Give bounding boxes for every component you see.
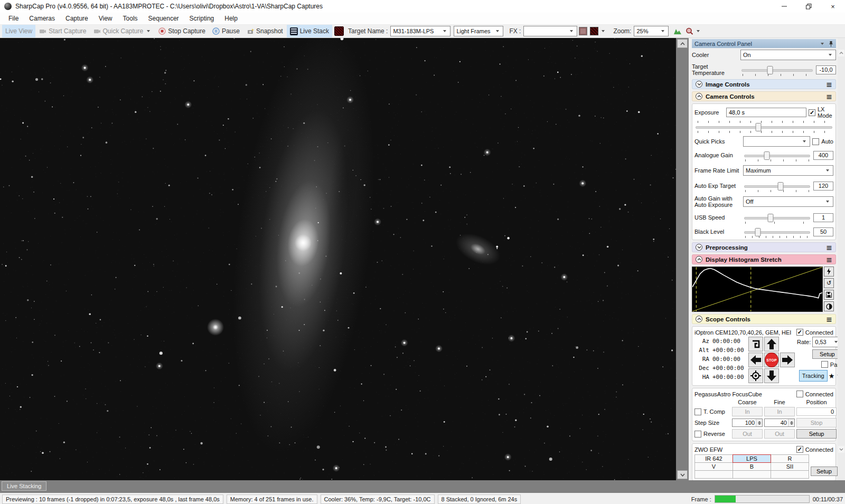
auto-checkbox[interactable] <box>812 138 819 145</box>
chevron-down-icon[interactable] <box>602 30 605 32</box>
slew-west-button[interactable] <box>748 353 763 367</box>
filter-empty[interactable] <box>694 470 733 479</box>
reset-stretch-button[interactable]: ↺ <box>824 278 834 288</box>
slew-south-button[interactable] <box>764 368 779 383</box>
chevron-down-icon[interactable] <box>697 30 700 32</box>
filter-sii[interactable]: SII <box>771 462 809 471</box>
scope-setup-button[interactable]: Setup <box>812 349 838 359</box>
live-stack-button[interactable]: Live Stack <box>287 25 332 37</box>
menu-view[interactable]: View <box>93 14 118 23</box>
restore-button[interactable] <box>796 0 821 13</box>
magnifier-icon[interactable] <box>686 27 693 35</box>
goto-target-button[interactable] <box>748 368 763 383</box>
quick-picks-select[interactable] <box>743 136 810 147</box>
analogue-gain-slider[interactable] <box>743 151 811 160</box>
black-level-value[interactable]: 50 <box>813 227 833 236</box>
menu-cameras[interactable]: Cameras <box>24 14 60 23</box>
stop-capture-button[interactable]: Stop Capture <box>155 25 209 37</box>
menu-sequencer[interactable]: Sequencer <box>143 14 184 23</box>
auto-exp-target-value[interactable]: 120 <box>813 182 833 191</box>
image-viewport[interactable] <box>0 38 676 480</box>
tracking-button[interactable]: Tracking <box>799 370 828 382</box>
slew-stop-button[interactable]: STOP <box>764 353 779 367</box>
pause-button[interactable]: Pause <box>209 25 243 37</box>
scroll-up-button[interactable] <box>677 39 688 48</box>
star-rate-icon[interactable]: ★ <box>829 372 835 380</box>
minimize-button[interactable] <box>772 0 796 13</box>
usb-speed-slider[interactable] <box>743 213 811 222</box>
section-image-controls[interactable]: Image Controls ≡ <box>692 79 836 89</box>
panel-menu-icon[interactable] <box>821 43 824 45</box>
scope-connected-checkbox[interactable] <box>796 329 803 336</box>
close-button[interactable]: × <box>821 0 845 13</box>
target-name-select[interactable]: M31-183M-LPS <box>390 26 450 36</box>
zoom-select[interactable]: 25% <box>634 26 669 36</box>
auto-gain-select[interactable]: Off <box>743 196 833 207</box>
exposure-input[interactable] <box>726 108 806 117</box>
lx-mode-checkbox[interactable] <box>809 109 815 116</box>
save-stretch-button[interactable] <box>824 290 834 300</box>
section-menu-icon[interactable]: ≡ <box>826 255 832 264</box>
usb-speed-value[interactable]: 1 <box>813 213 833 222</box>
coarse-out-button[interactable]: Out <box>732 429 763 439</box>
filter-v[interactable]: V <box>694 462 733 471</box>
live-view-button[interactable]: Live View <box>2 25 35 37</box>
start-capture-button[interactable]: Start Capture <box>36 25 89 37</box>
efw-connected-checkbox[interactable] <box>796 446 803 453</box>
coarse-in-button[interactable]: In <box>732 407 763 416</box>
frame-type-select[interactable]: Light Frames <box>454 26 503 36</box>
coarse-step-spinner[interactable]: 100 <box>732 419 763 427</box>
filter-empty[interactable] <box>733 470 771 479</box>
filter-lps[interactable]: LPS <box>733 454 771 463</box>
filter-ir642[interactable]: IR 642 <box>694 454 733 463</box>
reverse-checkbox[interactable] <box>694 431 701 438</box>
filter-empty[interactable] <box>771 470 809 479</box>
cooler-select[interactable]: On <box>740 50 836 60</box>
fine-step-spinner[interactable]: 40 <box>764 419 795 427</box>
mono-palette-icon[interactable] <box>579 27 587 35</box>
section-camera-controls[interactable]: Camera Controls ≡ <box>692 91 836 101</box>
focuser-setup-button[interactable]: Setup <box>796 429 837 439</box>
analogue-gain-value[interactable]: 400 <box>813 151 833 160</box>
contrast-button[interactable] <box>824 301 834 311</box>
quick-capture-button[interactable]: Quick Capture <box>90 25 155 37</box>
histogram-icon[interactable] <box>673 27 682 35</box>
auto-stretch-button[interactable] <box>824 267 834 277</box>
frame-rate-select[interactable]: Maximum <box>743 165 833 176</box>
fine-out-button[interactable]: Out <box>764 429 795 439</box>
focuser-stop-button[interactable]: Stop <box>796 418 837 427</box>
menu-scripting[interactable]: Scripting <box>184 14 220 23</box>
section-menu-icon[interactable]: ≡ <box>826 315 832 324</box>
efw-setup-button[interactable]: Setup <box>811 467 838 476</box>
rate-select[interactable]: 0,53 <box>812 337 838 347</box>
black-level-slider[interactable] <box>743 227 811 236</box>
target-temperature-slider[interactable] <box>740 65 814 74</box>
menu-capture[interactable]: Capture <box>60 14 93 23</box>
slew-east-button[interactable] <box>780 353 795 367</box>
filter-b[interactable]: B <box>733 462 771 471</box>
fx-select[interactable] <box>523 26 577 36</box>
pin-icon[interactable] <box>829 41 833 47</box>
section-preprocessing[interactable]: Preprocessing ≡ <box>692 242 836 252</box>
bayer-palette-icon[interactable] <box>590 27 598 35</box>
live-stacking-tab[interactable]: Live Stacking <box>2 481 46 491</box>
section-menu-icon[interactable]: ≡ <box>826 243 832 252</box>
section-display-histogram-stretch[interactable]: Display Histogram Stretch ≡ <box>692 254 836 264</box>
exposure-slider[interactable] <box>694 123 833 131</box>
menu-help[interactable]: Help <box>219 14 243 23</box>
panel-scroll-up[interactable] <box>838 50 844 56</box>
menu-tools[interactable]: Tools <box>118 14 143 23</box>
section-menu-icon[interactable]: ≡ <box>826 80 832 89</box>
snapshot-button[interactable]: Snapshot <box>243 25 286 37</box>
focuser-connected-checkbox[interactable] <box>796 391 803 397</box>
scroll-down-button[interactable] <box>677 470 688 479</box>
target-temperature-value[interactable]: -10,0 <box>816 65 836 74</box>
park-checkbox[interactable] <box>821 361 828 368</box>
filter-r[interactable]: R <box>771 454 809 463</box>
dark-frame-icon[interactable] <box>334 26 344 36</box>
spiral-search-button[interactable] <box>748 337 763 351</box>
fine-in-button[interactable]: In <box>764 407 795 416</box>
section-menu-icon[interactable]: ≡ <box>826 92 832 101</box>
slew-north-button[interactable] <box>764 337 779 351</box>
panel-scroll-down[interactable] <box>838 446 844 453</box>
